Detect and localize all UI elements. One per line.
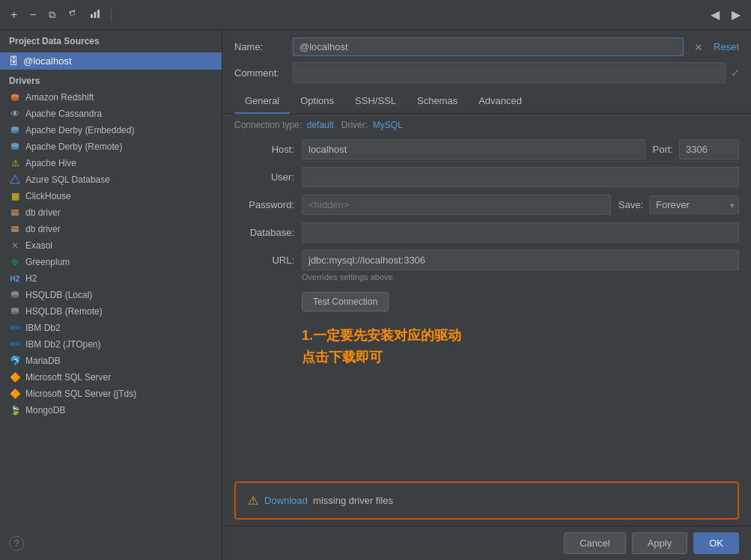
main-layout: Project Data Sources 🗄 @localhost Driver… bbox=[0, 30, 751, 560]
driver-icon-db-2 bbox=[9, 223, 21, 235]
driver-item-mssql[interactable]: 🔶 Microsoft SQL Server bbox=[0, 369, 222, 386]
driver-label: MongoDB bbox=[25, 405, 65, 416]
driver-item-hsqldb-remote[interactable]: HSQLDB (Remote) bbox=[0, 303, 222, 320]
driver-label: Apache Cassandra bbox=[25, 109, 102, 119]
connection-type-bar: Connection type: default Driver: MySQL bbox=[222, 114, 751, 136]
settings-button[interactable] bbox=[63, 5, 82, 25]
driver-item-apache-cassandra[interactable]: 👁 Apache Cassandra bbox=[0, 106, 222, 122]
driver-icon-ibm-db2-jtopen: IBM bbox=[9, 338, 21, 350]
port-input[interactable] bbox=[679, 139, 739, 159]
driver-label: MariaDB bbox=[25, 356, 61, 366]
password-input[interactable] bbox=[302, 195, 611, 215]
driver-item-db-driver-2[interactable]: db driver bbox=[0, 221, 222, 237]
driver-label: Greenplum bbox=[25, 257, 70, 267]
comment-input[interactable] bbox=[293, 62, 726, 83]
driver-icon-hsqldb-remote bbox=[9, 305, 21, 317]
driver-icon-db-1 bbox=[9, 207, 21, 219]
name-input[interactable] bbox=[293, 37, 684, 56]
host-input[interactable] bbox=[302, 139, 645, 159]
help-button[interactable]: ? bbox=[9, 536, 24, 551]
driver-label: Apache Hive bbox=[25, 158, 76, 168]
driver-icon-h2: H2 bbox=[9, 273, 21, 284]
toolbar: + − ⧉ ◀ ▶ bbox=[0, 0, 751, 30]
chart-button[interactable] bbox=[85, 5, 105, 25]
driver-item-mariadb[interactable]: 🐬 MariaDB bbox=[0, 353, 222, 369]
add-button[interactable]: + bbox=[6, 5, 22, 25]
tab-options[interactable]: Options bbox=[290, 89, 344, 114]
tab-advanced[interactable]: Advanced bbox=[468, 89, 532, 114]
driver-item-clickhouse[interactable]: ▦ ClickHouse bbox=[0, 188, 222, 204]
driver-item-ibm-db2[interactable]: IBM IBM Db2 bbox=[0, 320, 222, 336]
remove-button[interactable]: − bbox=[25, 5, 40, 25]
driver-item-apache-derby-embedded[interactable]: Apache Derby (Embedded) bbox=[0, 122, 222, 139]
driver-icon-greenplum: ⊕ bbox=[9, 256, 21, 268]
driver-item-azure-sql[interactable]: Azure SQL Database bbox=[0, 171, 222, 188]
cancel-button[interactable]: Cancel bbox=[564, 532, 625, 554]
connection-type-link[interactable]: default bbox=[307, 120, 334, 130]
svg-rect-13 bbox=[11, 210, 19, 216]
tab-general[interactable]: General bbox=[234, 89, 290, 114]
database-label: Database: bbox=[234, 227, 294, 238]
ok-button[interactable]: OK bbox=[693, 532, 739, 554]
forward-button[interactable]: ▶ bbox=[727, 4, 745, 25]
driver-icon-mssql: 🔶 bbox=[9, 371, 21, 383]
comment-expand-button[interactable]: ⤢ bbox=[732, 67, 739, 78]
host-port-row: Host: Port: bbox=[234, 139, 739, 159]
driver-label: Apache Derby (Embedded) bbox=[25, 125, 134, 136]
datasource-item-localhost[interactable]: 🗄 @localhost bbox=[0, 52, 222, 70]
database-input[interactable] bbox=[302, 222, 739, 243]
driver-item-mssql-jtds[interactable]: 🔶 Microsoft SQL Server (jTds) bbox=[0, 386, 222, 402]
reset-button[interactable]: Reset bbox=[714, 41, 739, 52]
driver-icon-ibm-db2: IBM bbox=[9, 322, 21, 334]
driver-item-mongodb[interactable]: 🍃 MongoDB bbox=[0, 402, 222, 419]
form-content: Host: Port: User: Password: Save: bbox=[222, 136, 751, 475]
driver-item-h2[interactable]: H2 H2 bbox=[0, 270, 222, 287]
url-hint: Overrides settings above bbox=[302, 273, 739, 281]
datasource-icon: 🗄 bbox=[9, 55, 19, 67]
driver-item-apache-hive[interactable]: ⚠ Apache Hive bbox=[0, 155, 222, 171]
driver-icon-mssql-jtds: 🔶 bbox=[9, 388, 21, 400]
driver-icon-hsqldb-local bbox=[9, 289, 21, 301]
toolbar-nav: ◀ ▶ bbox=[706, 4, 745, 25]
user-input[interactable] bbox=[302, 167, 739, 187]
test-connection-button[interactable]: Test Connection bbox=[302, 292, 389, 311]
svg-point-5 bbox=[11, 97, 19, 101]
driver-item-amazon-redshift[interactable]: Amazon Redshift bbox=[0, 89, 222, 106]
user-row: User: bbox=[234, 167, 739, 187]
bottom-bar: Cancel Apply OK bbox=[222, 526, 751, 560]
download-text: Download missing driver files bbox=[264, 495, 393, 506]
driver-label: H2 bbox=[25, 273, 37, 284]
tab-ssh-ssl[interactable]: SSH/SSL bbox=[344, 89, 407, 114]
driver-item-greenplum[interactable]: ⊕ Greenplum bbox=[0, 254, 222, 270]
tab-schemas[interactable]: Schemas bbox=[407, 89, 468, 114]
driver-icon-azure bbox=[9, 174, 21, 186]
copy-button[interactable]: ⧉ bbox=[44, 6, 60, 24]
svg-point-11 bbox=[11, 147, 19, 150]
driver-item-apache-derby-remote[interactable]: Apache Derby (Remote) bbox=[0, 139, 222, 155]
save-select[interactable]: Forever Until restart Never bbox=[649, 195, 739, 214]
driver-label: HSQLDB (Remote) bbox=[25, 306, 103, 317]
name-clear-button[interactable]: ✕ bbox=[690, 40, 708, 55]
back-button[interactable]: ◀ bbox=[706, 4, 724, 25]
password-label: Password: bbox=[234, 199, 294, 210]
driver-info-label: Driver: bbox=[341, 120, 368, 130]
port-group: Port: bbox=[653, 139, 739, 159]
test-connection-wrapper: Test Connection bbox=[234, 289, 739, 311]
url-input[interactable] bbox=[302, 250, 739, 270]
password-row: Password: Save: Forever Until restart Ne… bbox=[234, 195, 739, 215]
driver-icon-hive: ⚠ bbox=[9, 157, 21, 169]
driver-item-db-driver-1[interactable]: db driver bbox=[0, 204, 222, 221]
driver-label: db driver bbox=[25, 224, 61, 234]
driver-link[interactable]: MySQL bbox=[373, 120, 403, 130]
driver-item-ibm-db2-jtopen[interactable]: IBM IBM Db2 (JTOpen) bbox=[0, 336, 222, 353]
driver-item-exasol[interactable]: ✕ Exasol bbox=[0, 237, 222, 254]
port-label: Port: bbox=[653, 144, 673, 155]
download-link[interactable]: Download bbox=[264, 495, 308, 506]
apply-button[interactable]: Apply bbox=[632, 532, 688, 554]
driver-icon-exasol: ✕ bbox=[9, 240, 21, 252]
driver-label: db driver bbox=[25, 207, 61, 218]
toolbar-separator bbox=[111, 7, 112, 22]
svg-point-22 bbox=[11, 311, 19, 314]
driver-icon-clickhouse: ▦ bbox=[9, 190, 21, 202]
driver-item-hsqldb-local[interactable]: HSQLDB (Local) bbox=[0, 287, 222, 303]
